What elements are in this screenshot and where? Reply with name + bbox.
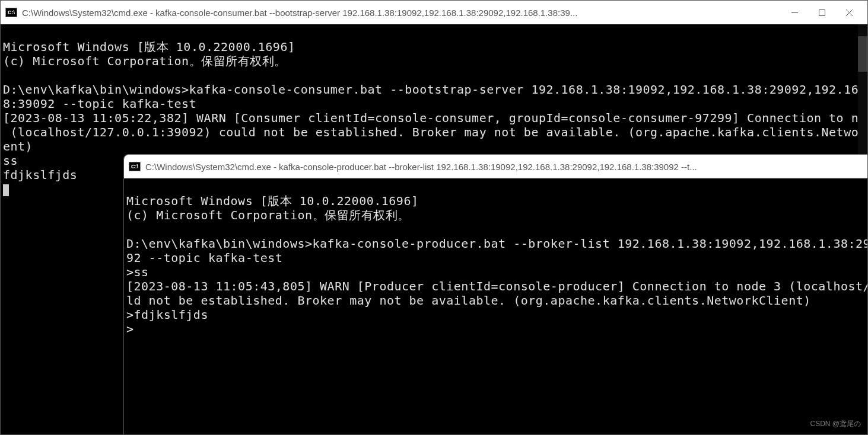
terminal-line: Microsoft Windows [版本 10.0.22000.1696] bbox=[3, 40, 295, 54]
window-controls-consumer bbox=[781, 1, 863, 24]
terminal-line: (localhost/127.0.0.1:39092) could not be… bbox=[3, 125, 867, 139]
terminal-line: [2023-08-13 11:05:22,382] WARN [Consumer… bbox=[3, 111, 867, 125]
window-title-producer: C:\Windows\System32\cmd.exe - kafka-cons… bbox=[145, 162, 863, 172]
cmd-window-producer[interactable]: C:\ C:\Windows\System32\cmd.exe - kafka-… bbox=[123, 154, 868, 435]
cmd-icon: C:\ bbox=[129, 162, 141, 171]
scrollbar-consumer[interactable] bbox=[858, 24, 867, 167]
terminal-line: > bbox=[126, 322, 134, 336]
close-button[interactable] bbox=[835, 1, 863, 24]
terminal-line: >ss bbox=[126, 265, 149, 279]
maximize-button[interactable] bbox=[808, 1, 835, 24]
window-title-consumer: C:\Windows\System32\cmd.exe - kafka-cons… bbox=[22, 8, 781, 18]
terminal-line: Microsoft Windows [版本 10.0.22000.1696] bbox=[126, 194, 418, 208]
terminal-line: [2023-08-13 11:05:43,805] WARN [Producer… bbox=[126, 279, 867, 293]
terminal-line: 92 --topic kafka-test bbox=[126, 251, 282, 265]
terminal-line: (c) Microsoft Corporation。保留所有权利。 bbox=[126, 208, 410, 222]
terminal-line: >fdjkslfjds bbox=[126, 308, 208, 322]
terminal-line: ld not be established. Broker may not be… bbox=[126, 293, 811, 308]
titlebar-producer[interactable]: C:\ C:\Windows\System32\cmd.exe - kafka-… bbox=[124, 155, 867, 178]
minimize-button[interactable] bbox=[781, 1, 808, 24]
terminal-line: D:\env\kafka\bin\windows>kafka-console-c… bbox=[3, 82, 867, 97]
terminal-line: ss bbox=[3, 153, 18, 168]
terminal-line: 8:39092 --topic kafka-test bbox=[3, 97, 196, 111]
watermark: CSDN @鸢尾の bbox=[810, 419, 861, 429]
terminal-line: (c) Microsoft Corporation。保留所有权利。 bbox=[3, 54, 287, 68]
cmd-icon: C:\ bbox=[5, 8, 17, 17]
cursor bbox=[3, 184, 9, 196]
terminal-line: ent) bbox=[3, 139, 33, 153]
terminal-line: D:\env\kafka\bin\windows>kafka-console-p… bbox=[126, 236, 867, 251]
terminal-line: fdjkslfjds bbox=[3, 168, 77, 182]
terminal-output-producer[interactable]: Microsoft Windows [版本 10.0.22000.1696] (… bbox=[124, 178, 867, 434]
titlebar-consumer[interactable]: C:\ C:\Windows\System32\cmd.exe - kafka-… bbox=[1, 1, 867, 24]
scrollbar-thumb[interactable] bbox=[858, 36, 867, 72]
svg-rect-1 bbox=[819, 9, 825, 15]
